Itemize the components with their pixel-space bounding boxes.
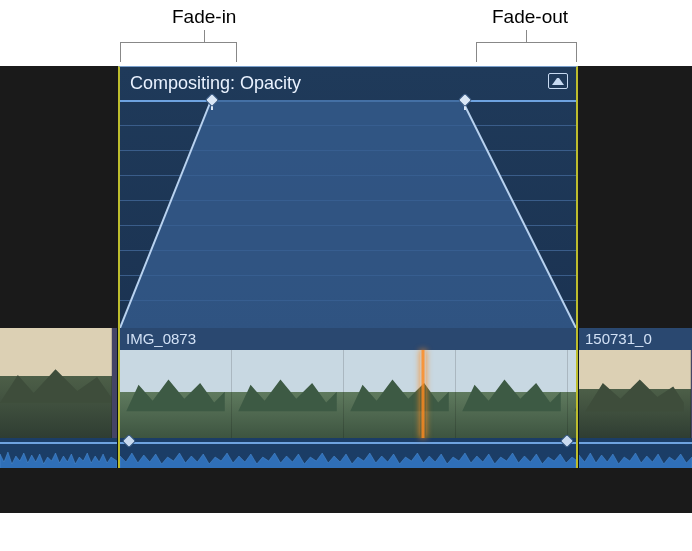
audio-level-line[interactable] xyxy=(0,442,117,444)
clip-thumbnails xyxy=(120,350,576,438)
thumbnail xyxy=(568,350,576,438)
audio-track[interactable] xyxy=(579,438,692,468)
anno-stem xyxy=(526,30,527,42)
fade-in-handle[interactable] xyxy=(206,95,218,109)
annotation-layer: Fade-in Fade-out xyxy=(0,0,692,66)
compositing-title: Compositing: Opacity xyxy=(130,73,301,94)
anno-stem xyxy=(204,30,205,42)
annotation-fade-out: Fade-out xyxy=(492,6,568,28)
video-animation-icon[interactable] xyxy=(548,73,568,89)
clip-label: 150731_0 xyxy=(585,330,652,347)
anno-tick xyxy=(236,42,237,62)
filmstrip-row: IMG_0873 xyxy=(0,328,692,468)
audio-waveform xyxy=(0,448,117,468)
audio-track[interactable] xyxy=(0,438,117,468)
fade-out-handle[interactable] xyxy=(459,95,471,109)
svg-marker-4 xyxy=(126,380,225,412)
opacity-curve[interactable] xyxy=(120,100,576,328)
timeline-clip-selected[interactable]: IMG_0873 xyxy=(118,328,578,468)
anno-tick xyxy=(120,42,121,62)
svg-marker-9 xyxy=(585,380,684,412)
audio-level-line[interactable] xyxy=(579,442,692,444)
anno-bracket xyxy=(476,42,576,43)
audio-waveform xyxy=(120,448,576,468)
annotation-fade-in: Fade-in xyxy=(172,6,236,28)
thumbnail xyxy=(232,350,344,438)
page-margin-bottom xyxy=(0,513,692,551)
thumbnail xyxy=(579,350,691,438)
svg-marker-5 xyxy=(238,380,337,412)
timeline-clip-left[interactable] xyxy=(0,328,118,468)
thumbnail xyxy=(456,350,568,438)
clip-label: IMG_0873 xyxy=(126,330,196,347)
svg-marker-6 xyxy=(350,380,449,412)
svg-marker-3 xyxy=(0,369,111,403)
audio-waveform xyxy=(579,448,692,468)
compositing-opacity-panel[interactable]: Compositing: Opacity xyxy=(118,66,578,328)
clip-thumbnails xyxy=(579,350,692,438)
svg-marker-0 xyxy=(120,100,576,328)
svg-marker-8 xyxy=(574,380,576,412)
audio-level-line[interactable] xyxy=(120,442,576,444)
timeline-clip-right[interactable]: 150731_0 xyxy=(578,328,692,468)
audio-track[interactable] xyxy=(120,438,576,468)
through-edit-marker[interactable] xyxy=(420,350,426,438)
thumbnail xyxy=(344,350,456,438)
clip-thumbnails xyxy=(0,328,117,438)
anno-tick xyxy=(576,42,577,62)
anno-tick xyxy=(476,42,477,62)
anno-bracket xyxy=(120,42,236,43)
timeline-area: Compositing: Opacity xyxy=(0,66,692,513)
svg-marker-7 xyxy=(462,380,561,412)
thumbnail xyxy=(120,350,232,438)
thumbnail xyxy=(0,328,112,438)
